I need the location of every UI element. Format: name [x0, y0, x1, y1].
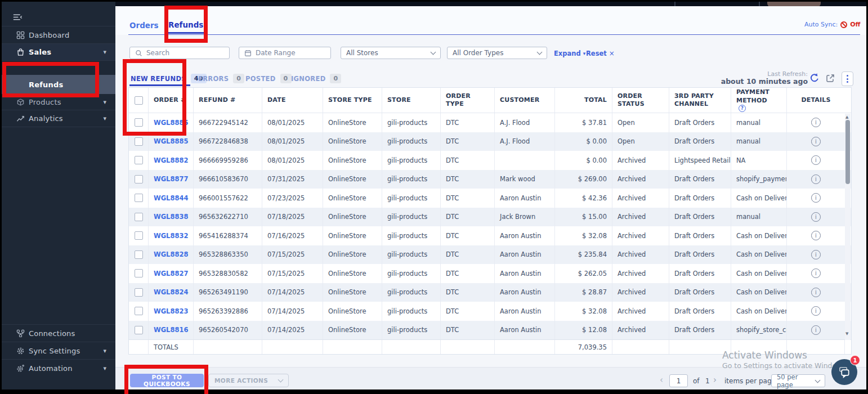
store-filter-select[interactable]: All Stores [341, 47, 441, 59]
row-checkbox[interactable] [135, 326, 143, 334]
column-header-payment-method[interactable]: PAYMENT METHOD ? [731, 88, 787, 113]
info-icon[interactable]: i [811, 212, 821, 222]
sidebar-item-products[interactable]: Products ▾ [2, 94, 115, 110]
info-icon[interactable]: i [811, 306, 821, 316]
next-page-button[interactable]: › [713, 376, 717, 384]
column-header-refund[interactable]: REFUND # [194, 88, 262, 113]
tab-refunds[interactable]: Refunds [168, 20, 203, 29]
row-checkbox[interactable] [135, 231, 143, 240]
page-size-select[interactable]: 50 per page [771, 374, 825, 387]
post-to-quickbooks-button[interactable]: POST TO QUICKBOOKS [130, 374, 204, 387]
tab-errors[interactable]: ERRORS 0 [198, 74, 244, 83]
date-range-field[interactable]: Date Range [239, 47, 331, 59]
reset-filters-button[interactable]: Reset × [586, 50, 615, 57]
search-box[interactable] [129, 47, 230, 59]
order-number-link[interactable]: WGL8885 [149, 113, 194, 132]
sidebar-item-connections[interactable]: Connections [2, 325, 115, 342]
table-body: WGL8885 966722945142 08/01/2025 OnlineSt… [129, 113, 851, 339]
current-page-box[interactable]: 1 [669, 374, 688, 387]
column-header-order[interactable]: ORDER # [149, 88, 194, 113]
row-checkbox[interactable] [135, 156, 143, 164]
order-type-filter-select[interactable]: All Order Types [447, 47, 547, 59]
column-header-details[interactable]: DETAILS [787, 88, 845, 113]
info-icon[interactable]: i [811, 118, 821, 127]
refresh-button[interactable] [809, 73, 820, 86]
info-icon[interactable]: i [811, 288, 821, 297]
row-checkbox[interactable] [135, 118, 143, 127]
row-checkbox[interactable] [135, 307, 143, 315]
order-status-cell: Archived [612, 151, 669, 170]
row-checkbox-cell [129, 151, 149, 170]
tab-ignored[interactable]: IGNORED 0 [291, 74, 341, 83]
column-header-total[interactable]: TOTAL [555, 88, 612, 113]
sidebar-item-analytics[interactable]: Analytics ▾ [2, 110, 115, 127]
order-number-link[interactable]: WGL8838 [149, 208, 194, 227]
column-header-date[interactable]: DATE [262, 88, 323, 113]
store-type-cell: OnlineStore [323, 226, 382, 245]
order-status-cell: Archived [612, 189, 669, 208]
tab-new-refunds[interactable]: NEW REFUNDS 40 [131, 74, 207, 83]
open-external-button[interactable] [826, 74, 835, 85]
info-icon[interactable]: i [811, 155, 821, 165]
info-icon[interactable]: i [811, 137, 821, 146]
column-header-3rd-party-channel[interactable]: 3RD PARTY CHANNEL [669, 88, 731, 113]
count-badge: 0 [233, 74, 244, 83]
order-number-link[interactable]: WGL8816 [149, 321, 194, 340]
row-checkbox[interactable] [135, 194, 143, 202]
column-header-customer[interactable]: CUSTOMER [495, 88, 555, 113]
scrollbar-thumb[interactable] [845, 120, 850, 184]
order-number-link[interactable]: WGL8827 [149, 264, 194, 283]
sidebar-item-refunds[interactable]: Refunds [2, 75, 115, 94]
order-number-link[interactable]: WGL8823 [149, 302, 194, 321]
info-icon[interactable]: i [811, 325, 821, 335]
order-number-link[interactable]: WGL8877 [149, 170, 194, 189]
info-icon[interactable]: i [811, 268, 821, 278]
tabs-underline-rule [128, 34, 860, 35]
kebab-menu-button[interactable] [842, 71, 853, 86]
total-cell: $ 235.84 [555, 245, 612, 265]
prev-page-button[interactable]: ‹ [660, 376, 663, 384]
automation-gear-icon [16, 364, 25, 373]
expand-filters-button[interactable]: Expand ▾ [554, 50, 585, 57]
details-cell: i [787, 113, 845, 132]
row-checkbox[interactable] [135, 288, 143, 297]
column-header-store-type[interactable]: STORE TYPE [323, 88, 382, 113]
info-icon[interactable]: i [811, 250, 821, 259]
refund-number-cell: 965260542070 [194, 321, 262, 340]
sidebar-item-automation[interactable]: Automation ▾ [2, 360, 115, 377]
more-actions-dropdown[interactable]: MORE ACTIONS [208, 374, 289, 387]
sidebar-item-sync-settings[interactable]: Sync Settings ▾ [2, 342, 115, 359]
tab-posted[interactable]: POSTED 0 [245, 74, 292, 83]
column-header-store[interactable]: STORE [382, 88, 441, 113]
order-number-link[interactable]: WGL8885 [149, 132, 194, 151]
select-all-checkbox[interactable] [135, 96, 143, 105]
row-checkbox[interactable] [135, 175, 143, 183]
order-number-link[interactable]: WGL8832 [149, 226, 194, 245]
info-icon[interactable]: i [811, 231, 821, 240]
row-checkbox[interactable] [135, 269, 143, 277]
scroll-down-icon[interactable]: ▼ [845, 332, 848, 336]
info-icon[interactable]: i [811, 174, 821, 184]
sidebar-collapse-button[interactable] [2, 8, 115, 25]
order-number-link[interactable]: WGL8844 [149, 189, 194, 208]
row-checkbox[interactable] [135, 213, 143, 221]
auto-sync-status[interactable]: Off [850, 21, 860, 28]
order-number-link[interactable]: WGL8824 [149, 283, 194, 302]
info-icon[interactable]: i [811, 193, 821, 203]
sidebar-item-dashboard[interactable]: Dashboard [2, 26, 115, 43]
scroll-up-icon[interactable]: ▲ [845, 115, 848, 119]
customer-cell: Aaron Austin [495, 321, 555, 340]
help-icon[interactable]: ? [739, 105, 746, 112]
order-number-link[interactable]: WGL8882 [149, 151, 194, 170]
sidebar-item-sales[interactable]: Sales ▾ [2, 44, 115, 60]
search-input[interactable] [146, 49, 224, 57]
order-number-link[interactable]: WGL8828 [149, 245, 194, 265]
table-scrollbar[interactable]: ▲ ▼ [845, 114, 851, 340]
row-checkbox[interactable] [135, 250, 143, 259]
column-header-order-type[interactable]: ORDER TYPE [441, 88, 495, 113]
tab-orders[interactable]: Orders [129, 21, 159, 30]
refund-number-cell: 965263491190 [194, 283, 262, 302]
refund-number-cell: 966001557622 [194, 189, 262, 208]
column-header-order-status[interactable]: ORDER STATUS [612, 88, 669, 113]
row-checkbox[interactable] [135, 137, 143, 146]
